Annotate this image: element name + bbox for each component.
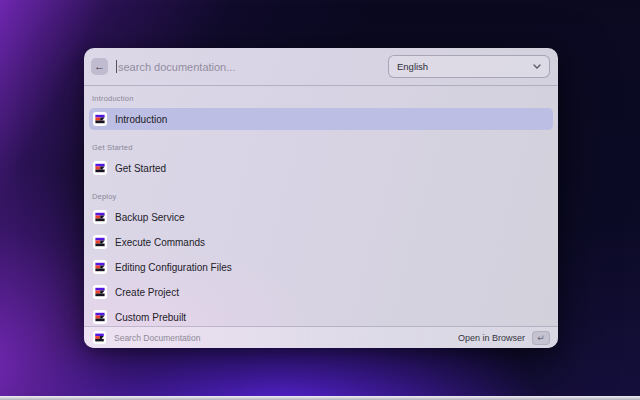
- section-header-deploy: Deploy: [92, 192, 550, 201]
- footer-status-label: Search Documentation: [114, 333, 458, 343]
- taskbar-edge: [0, 396, 640, 400]
- search-modal: ← English Introduction IntroductionGet S…: [84, 48, 558, 348]
- search-bar: ← English: [84, 48, 558, 86]
- search-input[interactable]: [117, 61, 388, 73]
- chevron-down-icon: [533, 64, 541, 69]
- zeabur-logo-icon: [93, 310, 107, 324]
- section-header-introduction: Introduction: [92, 94, 550, 103]
- zeabur-logo-icon: [93, 331, 106, 344]
- zeabur-logo-icon: [93, 235, 107, 249]
- language-selected-value: English: [397, 61, 428, 72]
- results-list: Introduction IntroductionGet Started Get…: [84, 86, 558, 326]
- result-item-introduction[interactable]: Introduction: [89, 108, 553, 130]
- result-item-label: Create Project: [115, 287, 179, 298]
- result-item-label: Backup Service: [115, 212, 184, 223]
- result-item-label: Editing Configuration Files: [115, 262, 232, 273]
- back-button[interactable]: ←: [91, 58, 108, 75]
- zeabur-logo-icon: [93, 112, 107, 126]
- back-arrow-icon: ←: [94, 58, 105, 75]
- zeabur-logo-icon: [93, 161, 107, 175]
- result-item-custom-prebuilt[interactable]: Custom Prebuilt: [89, 306, 553, 326]
- zeabur-logo-icon: [93, 260, 107, 274]
- zeabur-logo-icon: [93, 285, 107, 299]
- result-item-backup-service[interactable]: Backup Service: [89, 206, 553, 228]
- result-item-editing-configuration-files[interactable]: Editing Configuration Files: [89, 256, 553, 278]
- footer-bar: Search Documentation Open in Browser ↵: [84, 326, 558, 348]
- open-in-browser-label[interactable]: Open in Browser: [458, 333, 525, 343]
- language-dropdown[interactable]: English: [388, 55, 550, 78]
- result-item-create-project[interactable]: Create Project: [89, 281, 553, 303]
- section-header-get-started: Get Started: [92, 143, 550, 152]
- result-item-label: Get Started: [115, 163, 166, 174]
- enter-key-badge[interactable]: ↵: [532, 331, 550, 345]
- result-item-label: Custom Prebuilt: [115, 312, 186, 323]
- zeabur-logo-icon: [93, 210, 107, 224]
- return-icon: ↵: [537, 333, 545, 343]
- result-item-get-started[interactable]: Get Started: [89, 157, 553, 179]
- result-item-label: Introduction: [115, 114, 167, 125]
- result-item-label: Execute Commands: [115, 237, 205, 248]
- result-item-execute-commands[interactable]: Execute Commands: [89, 231, 553, 253]
- footer-logo-slot: [93, 331, 106, 344]
